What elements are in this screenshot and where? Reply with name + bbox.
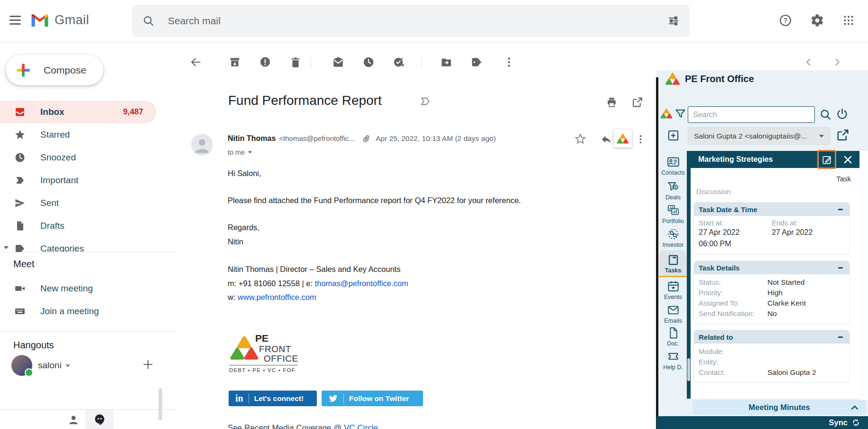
nav-item-emails[interactable]: Emails xyxy=(658,304,688,324)
archive-icon[interactable] xyxy=(229,56,241,68)
toolbar-divider xyxy=(421,57,422,67)
nav-item-investor[interactable]: Investor xyxy=(658,228,688,248)
hangouts-toggle[interactable] xyxy=(85,410,114,429)
newer-email-icon[interactable] xyxy=(803,57,814,67)
footer-link[interactable]: VC Circle xyxy=(344,423,378,429)
search-icon[interactable] xyxy=(142,15,155,27)
card-header[interactable]: Related to xyxy=(694,330,850,344)
sync-icon[interactable] xyxy=(851,418,860,427)
open-in-new-icon[interactable] xyxy=(631,96,643,108)
extension-search-icon[interactable] xyxy=(819,108,832,121)
twitter-button[interactable]: Follow on Twitter xyxy=(322,391,423,406)
pe-logo-small-icon[interactable] xyxy=(660,107,673,120)
meet-section: Meet New meeting Join a meeting Hangouts… xyxy=(0,252,176,410)
panel-scrollbar-thumb[interactable] xyxy=(687,358,690,381)
sidebar-item-starred[interactable]: Starred xyxy=(0,123,157,146)
nav-label: Doc. xyxy=(658,340,688,347)
signature-footer: See Recent Media Coverage @ VC Circle xyxy=(228,423,378,429)
filter-icon[interactable] xyxy=(674,108,686,120)
extension-header: PE Front Office xyxy=(665,72,754,86)
button-divider xyxy=(343,393,344,403)
start-date-value: 27 Apr 2022 xyxy=(699,227,772,238)
field-value: Saloni Gupta 2 xyxy=(767,367,816,378)
sidebar-item-label: New meeting xyxy=(40,283,157,294)
sidebar-item-drafts[interactable]: Drafts xyxy=(0,214,157,237)
nav-item-events[interactable]: Events xyxy=(658,280,688,300)
hangouts-user-name[interactable]: saloni xyxy=(38,360,62,371)
sidebar-item-inbox[interactable]: Inbox 9,487 xyxy=(0,101,157,123)
hangouts-heading: Hangouts xyxy=(13,340,54,351)
print-icon[interactable] xyxy=(606,96,618,108)
gmail-logo[interactable]: Gmail xyxy=(30,12,89,28)
settings-button[interactable] xyxy=(810,13,824,28)
nav-item-help-desk[interactable]: Help D. xyxy=(658,350,688,371)
search-options-icon[interactable] xyxy=(667,15,680,27)
label-important-icon[interactable] xyxy=(419,95,431,107)
move-to-folder-icon[interactable] xyxy=(440,56,452,68)
contacts-toggle-icon[interactable] xyxy=(67,414,80,426)
email-subject: Fund Performance Report xyxy=(228,93,382,108)
sender-avatar[interactable] xyxy=(191,134,213,156)
categories-expand-icon[interactable] xyxy=(4,246,9,249)
help-button[interactable]: ? xyxy=(779,14,792,27)
open-in-app-icon[interactable] xyxy=(836,128,850,142)
collapse-icon[interactable] xyxy=(838,267,843,269)
signature-email-link[interactable]: thomas@pefrontoffice.com xyxy=(315,279,408,288)
hangouts-user-caret-icon[interactable] xyxy=(65,364,70,367)
mark-unread-icon[interactable] xyxy=(332,56,344,68)
sidebar-item-sent[interactable]: Sent xyxy=(0,192,157,214)
new-conversation-plus-icon[interactable] xyxy=(141,358,155,371)
message-more-icon[interactable] xyxy=(635,133,646,145)
nav-item-tasks-active[interactable]: Tasks xyxy=(659,251,687,277)
collapse-icon[interactable] xyxy=(838,336,843,338)
sidebar-scrollbar[interactable] xyxy=(158,388,162,420)
twitter-bird-icon xyxy=(328,393,338,403)
extension-search-input[interactable] xyxy=(688,106,815,123)
label-icon[interactable] xyxy=(471,56,483,68)
nav-item-deals[interactable]: $ Deals xyxy=(658,180,688,201)
recipient-row[interactable]: to me xyxy=(228,149,252,156)
sidebar-item-join-meeting[interactable]: Join a meeting xyxy=(0,300,157,323)
more-options-icon[interactable] xyxy=(503,56,515,68)
contact-selector[interactable]: Saloni Gupta 2 <saloniguptaiis@... xyxy=(688,127,830,145)
pe-logo-icon xyxy=(665,72,680,86)
meeting-minutes-bar[interactable]: Meeting Minutes xyxy=(693,400,866,415)
linkedin-button[interactable]: in Let's connect! xyxy=(229,391,317,406)
svg-text:$: $ xyxy=(675,186,677,189)
collapse-icon[interactable] xyxy=(838,209,843,210)
report-spam-icon[interactable] xyxy=(259,56,271,68)
reply-icon[interactable] xyxy=(600,133,612,145)
power-logout-icon[interactable] xyxy=(836,108,849,121)
delete-icon[interactable] xyxy=(289,56,302,68)
field-value: No xyxy=(767,308,777,319)
sidebar-item-important[interactable]: Important xyxy=(0,169,157,192)
nav-item-contacts[interactable]: Contacts xyxy=(658,156,688,176)
record-type-label: Task xyxy=(691,168,859,183)
snooze-icon[interactable] xyxy=(362,56,375,68)
older-email-icon[interactable] xyxy=(832,57,842,67)
card-header[interactable]: Task Details xyxy=(694,261,850,274)
search-bar[interactable] xyxy=(132,5,690,37)
close-panel-icon[interactable] xyxy=(843,155,853,165)
pe-front-office-addon-button[interactable] xyxy=(614,130,632,148)
hamburger-menu-icon[interactable] xyxy=(9,16,21,25)
email-greeting: Hi Saloni, xyxy=(228,169,261,178)
add-to-tasks-icon[interactable] xyxy=(393,56,405,68)
selector-caret-icon xyxy=(819,135,824,138)
card-header[interactable]: Task Date & Time xyxy=(694,203,850,216)
signature-web-link[interactable]: www.pefrontoffice.com xyxy=(238,293,316,301)
panel-scrollbar-track[interactable] xyxy=(859,151,868,400)
sidebar-item-new-meeting[interactable]: New meeting xyxy=(0,277,157,300)
star-toggle-icon[interactable] xyxy=(574,132,587,145)
edit-task-button-highlighted[interactable] xyxy=(817,150,836,169)
sidebar-item-snoozed[interactable]: Snoozed xyxy=(0,146,157,169)
search-input[interactable] xyxy=(167,15,667,27)
signature-web-label: w: xyxy=(228,293,238,301)
back-arrow-icon[interactable] xyxy=(190,56,202,68)
hangouts-avatar[interactable] xyxy=(11,355,32,376)
apps-grid-button[interactable] xyxy=(842,14,855,27)
add-record-icon[interactable] xyxy=(667,129,680,142)
nav-item-documents[interactable]: Doc. xyxy=(658,326,688,347)
compose-button[interactable]: Compose xyxy=(6,55,103,85)
nav-item-portfolio[interactable]: Portfolio xyxy=(658,204,688,224)
